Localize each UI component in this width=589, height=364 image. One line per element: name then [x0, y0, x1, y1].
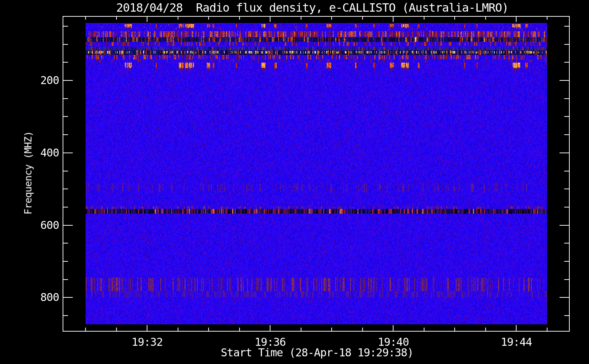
x-tick-label: 19:36 — [255, 336, 286, 348]
spectrogram-canvas — [0, 0, 589, 364]
y-tick-label: 800 — [15, 292, 59, 303]
x-tick-label: 19:44 — [501, 336, 532, 348]
radio-spectrogram-page: 2018/04/28 Radio flux density, e-CALLIST… — [0, 0, 589, 364]
y-tick-label: 200 — [15, 75, 59, 86]
chart-title: 2018/04/28 Radio flux density, e-CALLIST… — [116, 1, 509, 15]
y-tick-label: 400 — [15, 147, 59, 159]
x-tick-label: 19:32 — [131, 336, 162, 348]
y-tick-label: 600 — [15, 219, 59, 231]
y-axis-title: Frequency (MHZ) — [23, 131, 34, 215]
x-tick-label: 19:40 — [378, 336, 409, 348]
